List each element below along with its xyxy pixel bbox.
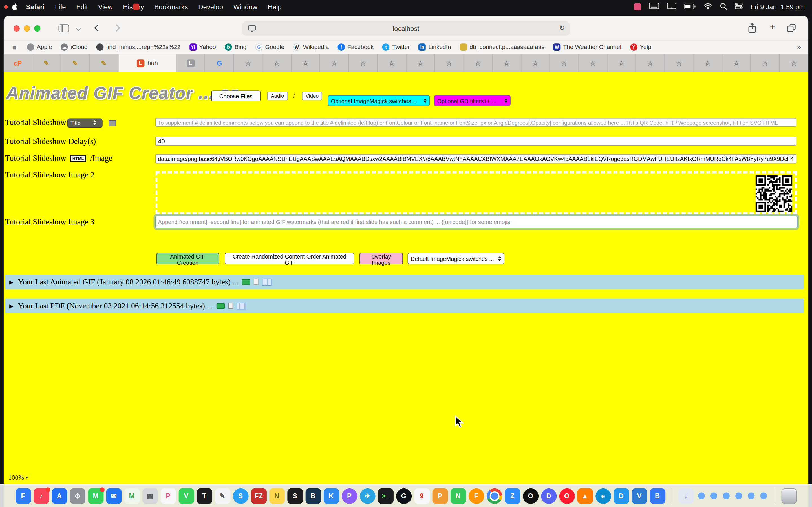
overlay-images-button[interactable]: Overlay Images [359, 253, 403, 264]
imagemagick-switches-select[interactable]: Optional ImageMagick switches ... [328, 95, 430, 106]
wifi-icon[interactable] [704, 3, 712, 11]
tab-cpanel[interactable]: cP [4, 54, 33, 72]
grid-preview-icon[interactable] [237, 302, 246, 309]
dock-github[interactable]: G [396, 488, 411, 504]
pdf-preview-icon[interactable] [216, 303, 224, 308]
dock-podcasts[interactable]: P [342, 488, 357, 504]
menu-extra-red-icon[interactable] [133, 4, 139, 10]
last-animated-gif-section[interactable]: ▶ Your Last Animated GIF (January 08 202… [5, 275, 804, 289]
menu-safari[interactable]: Safari [20, 3, 50, 11]
tab-tool-1[interactable]: ✎ [33, 54, 61, 72]
menu-help[interactable]: Help [262, 3, 287, 11]
menu-extra-pink-icon[interactable] [634, 3, 642, 10]
favorite-wikipedia[interactable]: WWikipedia [293, 43, 329, 51]
control-center-icon[interactable] [735, 3, 743, 11]
dock-keynote[interactable]: K [323, 488, 339, 504]
favorite-icloud[interactable]: ☁iCloud [61, 43, 88, 51]
page-settings-icon[interactable] [248, 25, 256, 33]
zoom-indicator[interactable]: 100% ▾ [8, 473, 28, 482]
file-icon[interactable] [228, 302, 233, 309]
tab-tool-3[interactable]: ✎ [90, 54, 119, 72]
last-pdf-section[interactable]: ▶ Your Last PDF (November 03 2021 06:14:… [5, 298, 804, 313]
favorite-google[interactable]: GGoogle [255, 43, 284, 51]
dock-firefox[interactable]: F [468, 488, 484, 504]
favorite-yahoo[interactable]: Y!Yahoo [189, 43, 216, 51]
disclosure-triangle-icon[interactable]: ▶ [9, 303, 13, 308]
favorites-overflow-chevron[interactable]: » [797, 43, 801, 51]
back-button[interactable] [94, 24, 101, 32]
favorite-linkedin[interactable]: inLinkedIn [419, 43, 451, 51]
tab-huh[interactable]: Lhuh [118, 54, 176, 72]
dock-numbers[interactable]: N [450, 488, 466, 504]
image-data-input[interactable] [155, 154, 797, 163]
audio-button[interactable]: Audio [267, 92, 288, 100]
share-icon[interactable] [748, 23, 756, 35]
title-config-input[interactable] [155, 118, 797, 127]
tab-blank-star-2[interactable]: ☆ [263, 54, 292, 72]
dock-window-1[interactable] [698, 493, 705, 499]
dock-launchpad[interactable]: ▦ [142, 488, 158, 504]
grid-preview-icon[interactable] [262, 279, 271, 285]
tab-litespeed[interactable]: L [176, 54, 205, 72]
tab-blank-star-9[interactable]: ☆ [464, 54, 493, 72]
dock-window-4[interactable] [735, 493, 742, 499]
tab-overview-icon[interactable] [787, 24, 796, 34]
menu-file[interactable]: File [50, 3, 71, 11]
gif-preview-icon[interactable] [242, 279, 250, 285]
tab-blank-star-8[interactable]: ☆ [435, 54, 464, 72]
keyboard-icon[interactable] [649, 3, 659, 11]
choose-files-button[interactable]: Choose Files [211, 91, 260, 101]
reload-icon[interactable]: ↻ [559, 24, 565, 32]
tab-blank-star-15[interactable]: ☆ [636, 54, 665, 72]
favorite-bing[interactable]: bBing [225, 43, 246, 51]
dock-telegram[interactable]: ✈ [360, 488, 375, 504]
tab-blank-star-14[interactable]: ☆ [607, 54, 636, 72]
sidebar-chevron-icon[interactable] [76, 25, 81, 31]
dock-calendar[interactable]: 9 [414, 488, 429, 504]
menu-bar-clock[interactable]: Fri 9 Jan 1:59 pm [751, 3, 805, 11]
dock-finder[interactable]: F [15, 488, 31, 504]
dock-filezilla[interactable]: FZ [251, 488, 266, 504]
favorite-yelp[interactable]: YYelp [630, 43, 651, 51]
menu-develop[interactable]: Develop [193, 3, 228, 11]
dock-bluetooth[interactable]: B [650, 488, 665, 504]
dock-opera[interactable]: O [559, 488, 574, 504]
menu-window[interactable]: Window [228, 3, 262, 11]
screen-mirroring-icon[interactable] [667, 3, 676, 11]
dock-textedit[interactable]: ✎ [214, 488, 230, 504]
dock-window-6[interactable] [760, 493, 767, 499]
dock-obs[interactable]: O [523, 488, 538, 504]
tab-blank-star-11[interactable]: ☆ [521, 54, 550, 72]
dock-window-5[interactable] [748, 493, 754, 499]
tab-blank-star-12[interactable]: ☆ [550, 54, 579, 72]
tab-google-tab[interactable]: G [205, 54, 234, 72]
tab-blank-star-13[interactable]: ☆ [578, 54, 607, 72]
dock-vscode[interactable]: V [631, 488, 647, 504]
favorite-facebook[interactable]: fFacebook [338, 43, 373, 51]
disclosure-triangle-icon[interactable]: ▶ [9, 279, 13, 285]
dock-chrome[interactable] [487, 488, 502, 504]
tab-blank-star-4[interactable]: ☆ [320, 54, 349, 72]
html-badge[interactable]: HTML [70, 155, 86, 162]
dock-tv[interactable]: T [197, 488, 212, 504]
favorite-db-connect[interactable]: db_connect.p...aaasaaafaas [460, 43, 545, 51]
dock-maps[interactable]: M [124, 488, 140, 504]
delay-input[interactable] [155, 136, 797, 146]
dock-messages[interactable]: M [88, 488, 103, 504]
favorite-find-minus[interactable]: find_minus....rep+%22s%22 [96, 43, 181, 51]
dock-terminal[interactable]: >_ [378, 488, 393, 504]
tab-blank-star-7[interactable]: ☆ [406, 54, 435, 72]
dock-zoom[interactable]: Z [505, 488, 520, 504]
tab-blank-star-17[interactable]: ☆ [694, 54, 722, 72]
gd-filters-select[interactable]: Optional GD filters++ ... [434, 95, 511, 106]
new-tab-button[interactable]: + [770, 22, 775, 33]
dock-system-settings[interactable]: ⚙ [70, 488, 85, 504]
zoom-window-button[interactable] [34, 25, 40, 32]
address-bar[interactable]: localhost ↻ [243, 21, 570, 36]
sidebar-toggle-icon[interactable] [59, 24, 69, 32]
apple-menu-icon[interactable] [11, 3, 17, 10]
dock-trash[interactable] [781, 488, 797, 504]
dock-docker[interactable]: D [613, 488, 629, 504]
menu-bookmarks[interactable]: Bookmarks [149, 3, 193, 11]
favorite-weather-channel[interactable]: WThe Weather Channel [553, 43, 621, 51]
